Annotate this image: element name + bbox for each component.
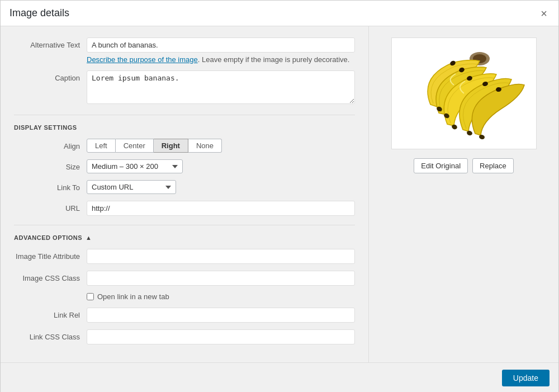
replace-button[interactable]: Replace bbox=[472, 158, 514, 173]
alt-text-row: Alternative Text Describe the purpose of… bbox=[14, 37, 355, 64]
align-none-button[interactable]: None bbox=[188, 139, 222, 153]
title-attr-input[interactable] bbox=[87, 249, 355, 264]
title-attr-label: Image Title Attribute bbox=[14, 249, 87, 261]
advanced-arrow: ▲ bbox=[86, 234, 92, 241]
alt-text-label: Alternative Text bbox=[14, 37, 87, 49]
left-panel: Alternative Text Describe the purpose of… bbox=[1, 26, 368, 362]
size-select[interactable]: Thumbnail – 150 × 150 Medium – 300 × 200… bbox=[87, 159, 183, 173]
link-rel-row: Link Rel bbox=[14, 308, 355, 323]
align-left-button[interactable]: Left bbox=[87, 139, 116, 153]
alt-text-helper-link[interactable]: Describe the purpose of the image bbox=[87, 55, 198, 64]
divider-2 bbox=[14, 225, 355, 225]
link-rel-wrap bbox=[87, 308, 355, 323]
size-wrap: Thumbnail – 150 × 150 Medium – 300 × 200… bbox=[87, 159, 355, 173]
new-tab-label[interactable]: Open link in a new tab bbox=[97, 292, 169, 301]
url-label: URL bbox=[14, 201, 87, 212]
css-class-row: Image CSS Class bbox=[14, 271, 355, 286]
link-rel-input[interactable] bbox=[87, 308, 355, 323]
alt-text-wrap: Describe the purpose of the image. Leave… bbox=[87, 37, 355, 64]
image-preview bbox=[391, 37, 537, 149]
caption-textarea[interactable] bbox=[87, 70, 355, 104]
link-css-input[interactable] bbox=[87, 329, 355, 344]
size-label: Size bbox=[14, 159, 87, 171]
caption-wrap bbox=[87, 70, 355, 106]
update-button[interactable]: Update bbox=[502, 370, 549, 386]
link-to-row: Link To None Media File Attachment Page … bbox=[14, 180, 355, 194]
dialog-body: Alternative Text Describe the purpose of… bbox=[1, 26, 558, 362]
link-css-wrap bbox=[87, 329, 355, 344]
align-button-group: Left Center Right None bbox=[87, 139, 355, 153]
link-to-wrap: None Media File Attachment Page Custom U… bbox=[87, 180, 355, 194]
title-attr-wrap bbox=[87, 249, 355, 264]
url-input[interactable] bbox=[87, 201, 355, 216]
right-panel: Edit Original Replace bbox=[368, 26, 558, 362]
banana-svg bbox=[397, 43, 531, 144]
link-css-row: Link CSS Class bbox=[14, 329, 355, 344]
align-row: Align Left Center Right None bbox=[14, 139, 355, 153]
dialog-footer: Update bbox=[1, 362, 558, 392]
css-class-input[interactable] bbox=[87, 271, 355, 286]
link-css-label: Link CSS Class bbox=[14, 329, 87, 341]
caption-label: Caption bbox=[14, 70, 87, 82]
dialog-title: Image details bbox=[10, 7, 69, 19]
new-tab-row: Open link in a new tab bbox=[87, 292, 355, 301]
display-settings-title: DISPLAY SETTINGS bbox=[14, 124, 355, 131]
image-details-dialog: Image details × Alternative Text Describ… bbox=[0, 0, 559, 392]
alt-text-helper-suffix: . Leave empty if the image is purely dec… bbox=[198, 55, 350, 64]
title-attr-row: Image Title Attribute bbox=[14, 249, 355, 264]
image-actions: Edit Original Replace bbox=[414, 158, 514, 173]
divider-1 bbox=[14, 115, 355, 115]
advanced-options-header[interactable]: ADVANCED OPTIONS ▲ bbox=[14, 234, 355, 241]
url-row: URL bbox=[14, 201, 355, 216]
align-label: Align bbox=[14, 139, 87, 150]
align-center-button[interactable]: Center bbox=[116, 139, 154, 153]
new-tab-checkbox[interactable] bbox=[87, 293, 94, 300]
advanced-options-title: ADVANCED OPTIONS bbox=[14, 234, 82, 241]
link-to-select[interactable]: None Media File Attachment Page Custom U… bbox=[87, 180, 176, 194]
link-to-label: Link To bbox=[14, 180, 87, 192]
align-right-button[interactable]: Right bbox=[154, 139, 188, 153]
css-class-wrap bbox=[87, 271, 355, 286]
caption-row: Caption bbox=[14, 70, 355, 106]
dialog-header: Image details × bbox=[1, 1, 558, 26]
css-class-label: Image CSS Class bbox=[14, 271, 87, 282]
close-button[interactable]: × bbox=[538, 8, 549, 19]
size-row: Size Thumbnail – 150 × 150 Medium – 300 … bbox=[14, 159, 355, 173]
align-buttons-wrap: Left Center Right None bbox=[87, 139, 355, 153]
edit-original-button[interactable]: Edit Original bbox=[414, 158, 468, 173]
link-rel-label: Link Rel bbox=[14, 308, 87, 319]
alt-text-input[interactable] bbox=[87, 37, 355, 53]
url-wrap bbox=[87, 201, 355, 216]
